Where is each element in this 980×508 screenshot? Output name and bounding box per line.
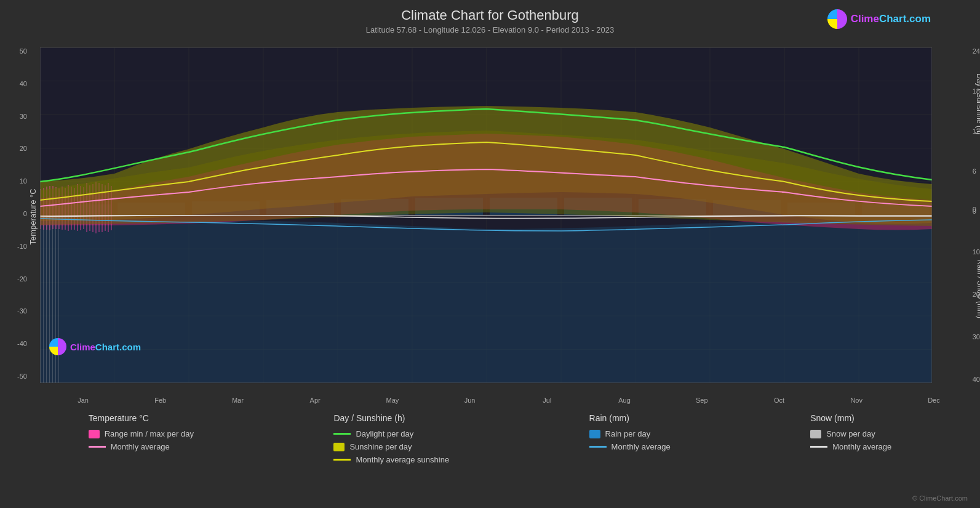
- legend-rain-label: Rain per day: [605, 429, 651, 438]
- y-left-n40: -40: [17, 340, 27, 347]
- x-mar: Mar: [201, 397, 274, 404]
- svg-rect-42: [52, 206, 53, 383]
- legend-area: Temperature °C Range min / max per day M…: [18, 413, 962, 464]
- legend-sunshine: Day / Sunshine (h) Daylight per day Suns…: [333, 413, 449, 464]
- svg-rect-43: [55, 204, 56, 383]
- legend-snow: Snow (mm) Snow per day Monthly average: [810, 413, 891, 451]
- y-left-n50: -50: [17, 373, 27, 380]
- legend-temp-range-swatch: [89, 430, 100, 438]
- logo-chart: Chart.com: [879, 13, 931, 25]
- logo-text-bottom: ClimeChart.com: [70, 342, 141, 352]
- legend-snow-title: Snow (mm): [810, 413, 891, 423]
- legend-sunshine-swatch: [333, 443, 345, 451]
- legend-daylight-label: Daylight per day: [356, 429, 413, 438]
- x-feb: Feb: [124, 397, 197, 404]
- logo-chart-bottom: Chart.com: [95, 342, 141, 352]
- legend-temp-avg-label: Monthly average: [111, 442, 170, 451]
- logo-icon-top: [827, 9, 847, 29]
- legend-snow-avg-label: Monthly average: [832, 442, 891, 451]
- legend-temp-range-label: Range min / max per day: [105, 429, 194, 438]
- y-left-n30: -30: [17, 307, 27, 315]
- main-container: Climate Chart for Gothenburg Latitude 57…: [0, 0, 980, 508]
- legend-rain-avg-label: Monthly average: [612, 442, 671, 451]
- legend-temperature-title: Temperature °C: [89, 413, 194, 423]
- x-nov: Nov: [819, 397, 893, 404]
- copyright: © ClimeChart.com: [912, 494, 968, 502]
- logo-clime: Clime: [851, 13, 879, 25]
- legend-sunshine-avg: Monthly average sunshine: [333, 455, 449, 464]
- legend-rain-per-day: Rain per day: [589, 429, 671, 438]
- svg-rect-40: [46, 204, 47, 383]
- legend-temperature: Temperature °C Range min / max per day M…: [89, 413, 194, 451]
- y-axis-left-labels: 50 40 30 20 10 0 -10 -20 -30 -40 -50: [17, 47, 27, 380]
- x-jun: Jun: [433, 397, 507, 404]
- x-jul: Jul: [510, 397, 584, 404]
- logo-top-right: ClimeChart.com: [827, 9, 931, 29]
- chart-svg: [40, 47, 932, 383]
- legend-snow-per-day: Snow per day: [810, 429, 891, 438]
- legend-rain-title: Rain (mm): [589, 413, 671, 423]
- y-left-30: 30: [20, 113, 27, 120]
- x-jan: Jan: [46, 397, 120, 404]
- svg-rect-44: [58, 208, 59, 383]
- y-axis-right-title-bottom: Rain / Snow (mm): [976, 259, 980, 318]
- legend-sunshine-per-day: Sunshine per day: [333, 442, 449, 451]
- legend-sunshine-title: Day / Sunshine (h): [333, 413, 449, 423]
- y-left-n10: -10: [17, 243, 27, 250]
- legend-temp-range: Range min / max per day: [89, 429, 194, 438]
- y-left-20: 20: [20, 145, 27, 152]
- y-left-40: 40: [20, 80, 27, 87]
- y-left-50: 50: [20, 47, 27, 55]
- y-right-24: 24: [973, 47, 980, 55]
- legend-daylight-line: [333, 433, 351, 435]
- y-right-10: 10: [973, 248, 980, 256]
- y-right-30: 30: [973, 333, 980, 341]
- y-left-10: 10: [20, 177, 27, 185]
- y-right-6: 6: [973, 167, 976, 175]
- x-oct: Oct: [742, 397, 816, 404]
- legend-snow-avg: Monthly average: [810, 442, 891, 451]
- x-sep: Sep: [665, 397, 739, 404]
- legend-snow-swatch: [810, 430, 821, 438]
- y-axis-left-title: Temperature °C: [28, 188, 38, 244]
- chart-wrapper: Temperature °C 50 40 30 20 10 0 -10 -20 …: [0, 38, 980, 395]
- legend-temp-avg: Monthly average: [89, 442, 194, 451]
- x-may: May: [356, 397, 429, 404]
- x-aug: Aug: [588, 397, 661, 404]
- y-left-n20: -20: [17, 275, 27, 283]
- logo-bottom-left: ClimeChart.com: [49, 338, 141, 355]
- x-dec: Dec: [897, 397, 971, 404]
- y-right-0-bottom: 0: [973, 206, 976, 213]
- legend-rain-avg-line: [589, 446, 607, 448]
- legend-sunshine-avg-label: Monthly average sunshine: [356, 455, 449, 464]
- legend-daylight: Daylight per day: [333, 429, 449, 438]
- svg-rect-39: [43, 206, 44, 383]
- logo-icon-bottom: [49, 338, 66, 355]
- legend-sunshine-avg-line: [333, 459, 351, 461]
- legend-rain-swatch: [589, 430, 600, 438]
- legend-sunshine-label: Sunshine per day: [349, 442, 412, 451]
- y-axis-right-title-top: Day / Sunshine (h): [974, 73, 980, 134]
- legend-rain-avg: Monthly average: [589, 442, 671, 451]
- x-apr: Apr: [278, 397, 352, 404]
- legend-snow-label: Snow per day: [826, 429, 875, 438]
- legend-snow-avg-line: [810, 446, 827, 448]
- y-right-40: 40: [973, 376, 980, 383]
- x-axis-labels: Jan Feb Mar Apr May Jun Jul Aug Sep Oct …: [43, 397, 971, 404]
- y-left-0: 0: [23, 210, 27, 217]
- legend-temp-avg-line: [89, 446, 106, 448]
- logo-text-top: ClimeChart.com: [851, 13, 931, 25]
- legend-rain: Rain (mm) Rain per day Monthly average: [589, 413, 671, 451]
- logo-clime-bottom: Clime: [70, 342, 95, 352]
